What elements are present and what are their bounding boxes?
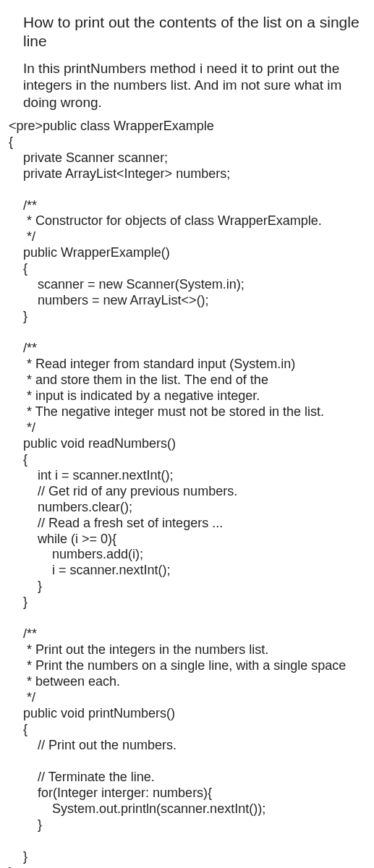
question-title: How to print out the contents of the lis…	[9, 13, 365, 51]
question-description: In this printNumbers method i need it to…	[9, 60, 365, 111]
code-block: <pre>public class WrapperExample { priva…	[9, 119, 365, 868]
